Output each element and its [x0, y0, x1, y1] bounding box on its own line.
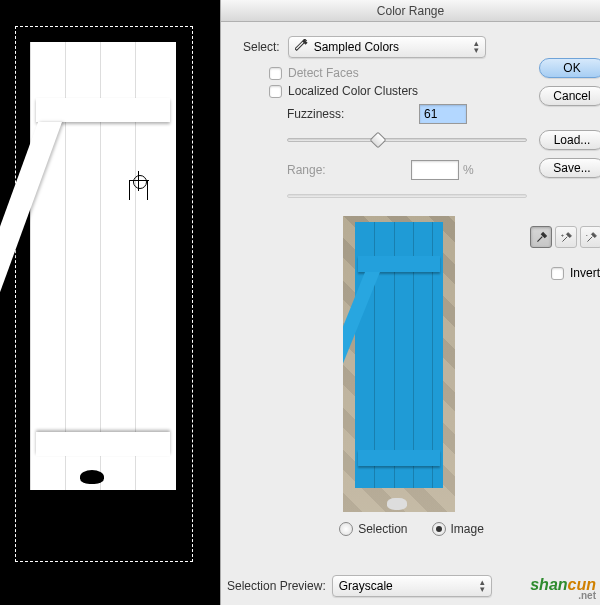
eyedropper-plus-tool[interactable]: + [555, 226, 577, 248]
svg-text:-: - [585, 231, 587, 237]
range-unit: % [463, 163, 474, 177]
invert-checkbox[interactable] [551, 267, 564, 280]
image-radio-label: Image [451, 522, 484, 536]
selection-preview-value: Grayscale [339, 579, 393, 593]
eyedropper-tool[interactable] [530, 226, 552, 248]
detect-faces-checkbox [269, 67, 282, 80]
detect-faces-label: Detect Faces [288, 66, 359, 80]
selection-radio-label: Selection [358, 522, 407, 536]
dialog-title: Color Range [221, 0, 600, 22]
selection-preview-label: Selection Preview: [227, 579, 326, 593]
cancel-button[interactable]: Cancel [539, 86, 600, 106]
color-sampler-cursor [130, 172, 148, 190]
preview-mode-radios: Selection Image [223, 522, 600, 536]
svg-text:+: + [560, 231, 564, 237]
save-button[interactable]: Save... [539, 158, 600, 178]
eyedropper-minus-tool[interactable]: - [580, 226, 600, 248]
preview-thumbnail[interactable] [343, 216, 455, 512]
grayscale-preview[interactable] [30, 42, 176, 490]
load-button[interactable]: Load... [539, 130, 600, 150]
ok-button[interactable]: OK [539, 58, 600, 78]
select-value: Sampled Colors [314, 40, 399, 54]
select-label: Select: [243, 40, 280, 54]
eyedropper-icon [295, 39, 308, 55]
dropdown-arrows-icon: ▴▾ [474, 40, 479, 54]
selection-preview-dropdown[interactable]: Grayscale ▴▾ [332, 575, 492, 597]
fuzziness-label: Fuzziness: [287, 107, 367, 121]
localized-clusters-checkbox[interactable] [269, 85, 282, 98]
fuzziness-input[interactable] [419, 104, 467, 124]
image-radio[interactable]: Image [432, 522, 484, 536]
localized-clusters-label: Localized Color Clusters [288, 84, 418, 98]
invert-label: Invert [570, 266, 600, 280]
watermark: shancun .net [530, 576, 596, 601]
color-range-dialog: Color Range Select: Sampled Colors ▴▾ De… [220, 0, 600, 605]
range-label: Range: [287, 163, 367, 177]
dropdown-arrows-icon: ▴▾ [480, 579, 485, 593]
shutter-preview [30, 42, 176, 490]
selection-radio[interactable]: Selection [339, 522, 407, 536]
select-dropdown[interactable]: Sampled Colors ▴▾ [288, 36, 486, 58]
range-slider [287, 188, 527, 204]
range-input [411, 160, 459, 180]
fuzziness-slider[interactable] [287, 132, 527, 148]
document-canvas[interactable] [0, 0, 220, 605]
